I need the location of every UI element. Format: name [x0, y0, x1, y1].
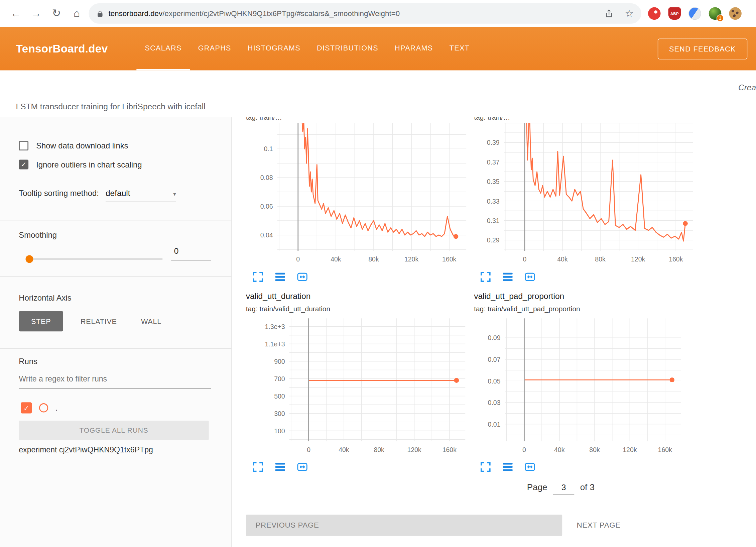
- axis-option-step[interactable]: STEP: [19, 311, 63, 332]
- horizontal-axis-buttons: STEP RELATIVE WALL: [19, 311, 168, 332]
- adblock-extension-icon[interactable]: ABP: [668, 7, 681, 20]
- page-label: Page: [527, 482, 547, 493]
- smoothing-slider-thumb[interactable]: [25, 255, 33, 263]
- toggle-all-runs-button[interactable]: TOGGLE ALL RUNS: [19, 421, 209, 440]
- divider: [0, 220, 231, 220]
- bookmark-star-icon[interactable]: ☆: [625, 9, 634, 18]
- extension-icons: ABP 1: [648, 7, 742, 20]
- tab-text[interactable]: TEXT: [441, 27, 478, 71]
- svg-text:900: 900: [274, 358, 285, 365]
- smoothing-slider-track[interactable]: [26, 258, 162, 259]
- chart-toolbar: [252, 270, 308, 283]
- svg-text:0: 0: [307, 446, 310, 453]
- expand-chart-icon[interactable]: [479, 270, 492, 283]
- blue-extension-icon[interactable]: [688, 7, 701, 20]
- svg-text:0.37: 0.37: [487, 158, 500, 166]
- svg-text:300: 300: [274, 410, 285, 417]
- svg-text:160k: 160k: [669, 255, 683, 263]
- show-download-links-row[interactable]: ✓ Show data download links: [19, 141, 128, 150]
- data-table-icon[interactable]: [501, 270, 514, 283]
- data-table-icon[interactable]: [274, 461, 286, 473]
- run-color-swatch: [39, 403, 48, 412]
- svg-text:500: 500: [274, 393, 285, 400]
- svg-text:160k: 160k: [443, 446, 457, 453]
- data-table-icon[interactable]: [501, 461, 514, 473]
- fit-domain-icon[interactable]: [296, 461, 309, 473]
- svg-text:100: 100: [274, 427, 285, 435]
- svg-text:0.1: 0.1: [264, 145, 273, 152]
- tab-distributions[interactable]: DISTRIBUTIONS: [308, 27, 386, 71]
- svg-text:0.05: 0.05: [488, 377, 501, 385]
- tooltip-sorting-value: default: [106, 189, 130, 198]
- runs-label: Runs: [19, 357, 37, 366]
- header-tabs: SCALARS GRAPHS HISTOGRAMS DISTRIBUTIONS …: [137, 27, 478, 71]
- tab-scalars[interactable]: SCALARS: [137, 27, 190, 71]
- axis-option-wall[interactable]: WALL: [134, 311, 168, 332]
- scalar-chart-valid-utt-duration[interactable]: 040k80k120k160k1003005007009001.1e+31.3e…: [255, 315, 482, 459]
- page-number-input[interactable]: [553, 483, 574, 495]
- expand-chart-icon[interactable]: [252, 270, 264, 283]
- tab-histograms[interactable]: HISTOGRAMS: [239, 27, 308, 71]
- tooltip-sorting-select[interactable]: default ▾: [106, 189, 176, 202]
- svg-text:120k: 120k: [407, 446, 421, 453]
- scalar-chart-valid-utt-pad-proportion[interactable]: 040k80k120k160k0.010.030.050.070.09: [471, 315, 697, 459]
- divider: [0, 277, 231, 277]
- svg-text:0.39: 0.39: [487, 139, 500, 146]
- url-text: tensorboard.dev/experiment/cj2vtPiwQHKN9…: [109, 9, 605, 18]
- cookie-extension-icon[interactable]: [729, 7, 742, 20]
- chart-tag: tag: train/valid_utt_pad_proportion: [474, 305, 580, 313]
- runs-filter-input[interactable]: Write a regex to filter runs: [19, 375, 211, 389]
- check-icon: ✓: [23, 405, 29, 411]
- reload-icon[interactable]: ↻: [46, 7, 67, 20]
- share-icon[interactable]: [605, 9, 613, 18]
- home-icon[interactable]: ⌂: [67, 7, 87, 20]
- back-icon[interactable]: ←: [6, 7, 26, 20]
- previous-page-button[interactable]: PREVIOUS PAGE: [246, 515, 562, 536]
- svg-text:40k: 40k: [557, 255, 568, 263]
- svg-text:160k: 160k: [658, 446, 672, 453]
- svg-text:80k: 80k: [595, 255, 606, 263]
- run-checkbox[interactable]: ✓: [21, 402, 32, 413]
- tab-hparams[interactable]: HPARAMS: [387, 27, 442, 71]
- charts-panel: tag: train/… tag: train/… 040k80k120k160…: [232, 117, 756, 547]
- address-bar[interactable]: tensorboard.dev/experiment/cj2vtPiwQHKN9…: [89, 3, 641, 24]
- profile-avatar[interactable]: 1: [709, 7, 722, 20]
- svg-text:40k: 40k: [331, 255, 341, 263]
- created-text-clipped: Crea: [738, 83, 756, 93]
- ignore-outliers-checkbox[interactable]: ✓: [19, 160, 28, 170]
- avatar-badge: 1: [717, 14, 724, 22]
- fit-domain-icon[interactable]: [296, 270, 309, 283]
- run-list-item[interactable]: ✓ .: [21, 402, 57, 413]
- show-download-links-label: Show data download links: [36, 141, 128, 150]
- next-page-button[interactable]: NEXT PAGE: [574, 515, 623, 536]
- scalar-chart-top-right[interactable]: 040k80k120k160k0.290.310.330.350.370.39: [471, 122, 698, 266]
- send-feedback-button[interactable]: SEND FEEDBACK: [657, 38, 747, 59]
- smoothing-label: Smoothing: [19, 231, 57, 240]
- fit-domain-icon[interactable]: [524, 270, 536, 283]
- fit-domain-icon[interactable]: [524, 461, 536, 473]
- red-extension-icon[interactable]: [648, 7, 661, 20]
- svg-text:0: 0: [296, 255, 300, 263]
- ignore-outliers-row[interactable]: ✓ Ignore outliers in chart scaling: [19, 160, 142, 170]
- pagination: Page of 3: [527, 482, 595, 495]
- expand-chart-icon[interactable]: [479, 461, 492, 473]
- data-table-icon[interactable]: [274, 270, 286, 283]
- smoothing-value-input[interactable]: 0: [171, 246, 211, 260]
- settings-sidebar: ✓ Show data download links ✓ Ignore outl…: [0, 117, 232, 547]
- app-header: TensorBoard.dev SCALARS GRAPHS HISTOGRAM…: [0, 27, 756, 71]
- chart-toolbar: [479, 270, 536, 283]
- svg-text:0.01: 0.01: [488, 421, 501, 428]
- tab-graphs[interactable]: GRAPHS: [190, 27, 239, 71]
- forward-icon[interactable]: →: [26, 7, 46, 20]
- scalar-chart-top-left[interactable]: 040k80k120k160k0.040.060.080.1: [244, 122, 471, 266]
- axis-option-relative[interactable]: RELATIVE: [74, 311, 124, 332]
- content-area: ✓ Show data download links ✓ Ignore outl…: [0, 117, 756, 547]
- show-download-links-checkbox[interactable]: ✓: [19, 141, 28, 150]
- tensorboard-page: ← → ↻ ⌂ tensorboard.dev/experiment/cj2vt…: [0, 0, 756, 547]
- svg-text:0: 0: [522, 446, 526, 453]
- svg-text:0.35: 0.35: [487, 178, 500, 185]
- svg-text:160k: 160k: [442, 255, 456, 263]
- expand-chart-icon[interactable]: [252, 461, 264, 473]
- svg-text:700: 700: [274, 375, 285, 382]
- ignore-outliers-label: Ignore outliers in chart scaling: [36, 160, 142, 169]
